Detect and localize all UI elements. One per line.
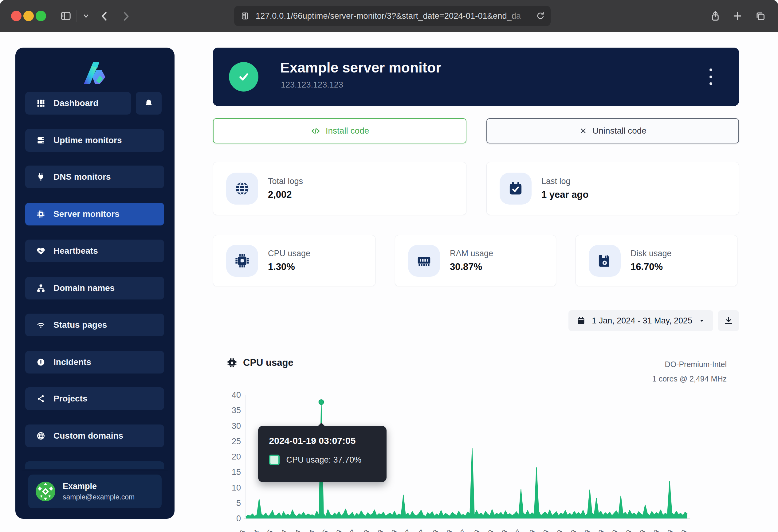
uninstall-code-label: Uninstall code <box>593 126 646 136</box>
new-tab-icon[interactable] <box>729 7 746 24</box>
cpu-usage-chart[interactable]: 0510152025303540 16040504040405080708080… <box>213 347 739 532</box>
tooltip-arrow <box>317 418 326 427</box>
stat-label: CPU usage <box>268 249 310 258</box>
date-range-label: 1 Jan, 2024 - 31 May, 2025 <box>592 316 692 326</box>
share-icon[interactable] <box>707 7 724 24</box>
app-logo <box>77 57 113 89</box>
svg-text:04: 04 <box>305 528 316 532</box>
svg-text:35: 35 <box>232 406 241 415</box>
url-text: 127.0.0.1/66uptime/server-monitor/3?&sta… <box>256 11 530 21</box>
tab-overview-icon[interactable] <box>752 7 769 24</box>
main-content: Example server monitor 123.123.123.123 I… <box>213 32 739 532</box>
sidebar-item-label: Projects <box>54 394 88 404</box>
sidebar-item-label: Domain names <box>54 283 114 293</box>
sidebar-item-custom-domains[interactable]: Custom domains <box>25 425 164 447</box>
sidebar-item-label: Incidents <box>54 357 91 367</box>
sidebar-item-dashboard[interactable]: Dashboard <box>25 92 131 114</box>
svg-text:08: 08 <box>429 528 440 532</box>
sidebar-item-status-pages[interactable]: Status pages <box>25 314 164 336</box>
grid-icon <box>36 99 46 108</box>
sidebar-item-label: Uptime monitors <box>54 136 122 145</box>
reload-icon[interactable] <box>530 7 551 24</box>
sidebar-item-incidents[interactable]: Incidents <box>25 351 164 373</box>
sidebar-item-heartbeats[interactable]: Heartbeats <box>25 240 164 262</box>
svg-text:08: 08 <box>470 528 482 532</box>
svg-text:08: 08 <box>443 528 454 532</box>
server-stack-icon <box>36 136 46 145</box>
caret-down-icon <box>698 317 705 324</box>
code-icon <box>310 125 321 136</box>
calendar-check-icon <box>499 173 532 204</box>
svg-text:08: 08 <box>484 528 495 532</box>
sidebar-item-label: DNS monitors <box>54 172 111 182</box>
sidebar-item-server-monitors[interactable]: Server monitors <box>25 203 164 226</box>
chevron-down-icon[interactable] <box>77 7 95 24</box>
sidebar-toggle-icon[interactable] <box>57 7 74 24</box>
globe-icon <box>226 173 258 204</box>
svg-text:08: 08 <box>594 528 606 532</box>
calendar-icon <box>576 316 586 325</box>
svg-text:07: 07 <box>401 528 413 532</box>
svg-text:04: 04 <box>277 528 289 532</box>
sidebar-item-uptime-monitors[interactable]: Uptime monitors <box>25 129 164 152</box>
user-name: Example <box>63 481 135 491</box>
install-code-button[interactable]: Install code <box>213 118 466 144</box>
sidebar-item-domain-names[interactable]: Domain names <box>25 277 164 299</box>
stat-label: Last log <box>541 177 589 186</box>
sidebar-item-dns-monitors[interactable]: DNS monitors <box>25 166 164 188</box>
bell-icon <box>144 99 153 108</box>
svg-text:08: 08 <box>636 528 647 532</box>
memory-icon <box>408 245 440 277</box>
monitor-header-card: Example server monitor 123.123.123.123 <box>213 48 739 106</box>
chart-tooltip: 2024-01-19 03:07:05 CPU usage: 37.70% <box>258 426 387 482</box>
stat-label: Total logs <box>268 177 303 186</box>
status-up-badge <box>229 62 258 92</box>
window-close-button[interactable] <box>11 11 21 21</box>
screenshot-root: { "browser": { "url": "127.0.0.1/66uptim… <box>0 0 778 532</box>
address-bar[interactable]: 127.0.0.1/66uptime/server-monitor/3?&sta… <box>234 6 551 26</box>
svg-text:10: 10 <box>232 483 241 493</box>
svg-text:05: 05 <box>263 528 275 532</box>
sidebar-item-label: Heartbeats <box>54 246 98 256</box>
stats-cards: Total logs 2,002 Last log 1 year ago <box>213 162 739 215</box>
svg-text:08: 08 <box>553 528 564 532</box>
svg-text:08: 08 <box>622 528 634 532</box>
svg-text:05: 05 <box>318 528 330 532</box>
page-title: Example server monitor <box>280 59 441 76</box>
install-code-label: Install code <box>326 126 369 136</box>
alert-circle-icon <box>36 358 46 367</box>
svg-text:07: 07 <box>415 528 426 532</box>
forward-button[interactable] <box>118 7 135 24</box>
svg-text:25: 25 <box>232 437 241 446</box>
window-minimize-button[interactable] <box>23 11 34 21</box>
kebab-menu-button[interactable] <box>705 67 717 87</box>
window-zoom-button[interactable] <box>35 11 46 21</box>
svg-text:07: 07 <box>512 528 523 532</box>
svg-text:08: 08 <box>677 528 689 532</box>
svg-text:08: 08 <box>526 528 537 532</box>
user-menu[interactable]: Example sample@example.com <box>28 474 162 508</box>
download-chart-button[interactable] <box>718 310 739 331</box>
usage-cards: CPU usage 1.30% RAM usage 30.87% Disk <box>213 235 737 286</box>
svg-text:07: 07 <box>346 528 358 532</box>
series-swatch <box>269 455 280 465</box>
chrome-divider <box>76 10 77 22</box>
highlight-point <box>319 400 324 405</box>
tooltip-timestamp: 2024-01-19 03:07:05 <box>269 436 376 446</box>
wifi-icon <box>36 320 46 330</box>
total-logs-card: Total logs 2,002 <box>213 162 466 215</box>
chart-toolbar: 1 Jan, 2024 - 31 May, 2025 <box>568 310 739 331</box>
svg-text:08: 08 <box>387 528 399 532</box>
svg-text:15: 15 <box>232 467 241 477</box>
uninstall-code-button[interactable]: Uninstall code <box>486 118 739 144</box>
browser-chrome: 127.0.0.1/66uptime/server-monitor/3?&sta… <box>0 0 778 32</box>
sidebar-item-label: Custom domains <box>54 431 123 441</box>
sidebar-item-projects[interactable]: Projects <box>25 387 164 410</box>
notifications-button[interactable] <box>136 92 162 114</box>
date-range-picker[interactable]: 1 Jan, 2024 - 31 May, 2025 <box>568 310 713 331</box>
svg-text:08: 08 <box>374 528 385 532</box>
sidebar-item-partial[interactable] <box>25 461 164 469</box>
back-button[interactable] <box>96 7 113 24</box>
svg-text:08: 08 <box>580 528 592 532</box>
stat-value: 2,002 <box>268 189 303 200</box>
